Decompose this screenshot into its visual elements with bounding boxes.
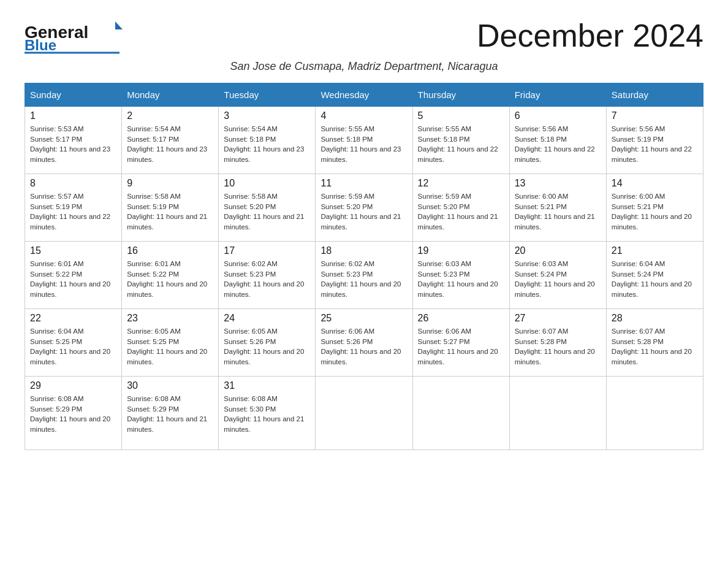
calendar-cell xyxy=(509,377,606,450)
calendar-cell: 20Sunrise: 6:03 AMSunset: 5:24 PMDayligh… xyxy=(509,242,606,309)
calendar-cell: 27Sunrise: 6:07 AMSunset: 5:28 PMDayligh… xyxy=(509,309,606,377)
calendar-week-5: 29Sunrise: 6:08 AMSunset: 5:29 PMDayligh… xyxy=(25,377,703,450)
day-info: Sunrise: 6:04 AMSunset: 5:24 PMDaylight:… xyxy=(612,259,698,300)
day-number: 30 xyxy=(127,380,213,391)
day-info: Sunrise: 6:07 AMSunset: 5:28 PMDaylight:… xyxy=(515,326,601,367)
day-number: 28 xyxy=(612,313,698,324)
calendar-cell: 15Sunrise: 6:01 AMSunset: 5:22 PMDayligh… xyxy=(25,242,122,309)
day-number: 7 xyxy=(612,110,698,121)
calendar-week-1: 1Sunrise: 5:53 AMSunset: 5:17 PMDaylight… xyxy=(25,107,703,174)
col-sunday: Sunday xyxy=(25,83,122,107)
day-info: Sunrise: 5:54 AMSunset: 5:17 PMDaylight:… xyxy=(127,124,213,165)
day-number: 6 xyxy=(515,110,601,121)
calendar-cell: 19Sunrise: 6:03 AMSunset: 5:23 PMDayligh… xyxy=(412,242,509,309)
day-number: 21 xyxy=(612,245,698,256)
calendar-cell: 2Sunrise: 5:54 AMSunset: 5:17 PMDaylight… xyxy=(122,107,219,174)
day-info: Sunrise: 5:57 AMSunset: 5:19 PMDaylight:… xyxy=(30,191,116,232)
calendar-cell: 13Sunrise: 6:00 AMSunset: 5:21 PMDayligh… xyxy=(509,174,606,242)
day-number: 18 xyxy=(320,245,407,256)
day-number: 24 xyxy=(224,313,310,324)
calendar-cell xyxy=(412,377,509,450)
page-header: General Blue December 2024 xyxy=(25,18,703,55)
day-number: 20 xyxy=(515,245,601,256)
col-friday: Friday xyxy=(509,83,606,107)
logo-svg: General Blue xyxy=(25,18,123,55)
day-info: Sunrise: 6:06 AMSunset: 5:27 PMDaylight:… xyxy=(418,326,504,367)
day-number: 15 xyxy=(30,245,116,256)
calendar-cell: 22Sunrise: 6:04 AMSunset: 5:25 PMDayligh… xyxy=(25,309,122,377)
calendar-week-4: 22Sunrise: 6:04 AMSunset: 5:25 PMDayligh… xyxy=(25,309,703,377)
day-info: Sunrise: 5:53 AMSunset: 5:17 PMDaylight:… xyxy=(30,124,116,165)
day-number: 17 xyxy=(224,245,310,256)
day-info: Sunrise: 6:00 AMSunset: 5:21 PMDaylight:… xyxy=(515,191,601,232)
day-number: 31 xyxy=(224,380,310,391)
day-number: 9 xyxy=(127,178,213,189)
day-info: Sunrise: 6:02 AMSunset: 5:23 PMDaylight:… xyxy=(320,259,407,300)
day-number: 27 xyxy=(515,313,601,324)
calendar-cell: 3Sunrise: 5:54 AMSunset: 5:18 PMDaylight… xyxy=(219,107,316,174)
calendar-body: 1Sunrise: 5:53 AMSunset: 5:17 PMDaylight… xyxy=(25,107,703,450)
location-subtitle: San Jose de Cusmapa, Madriz Department, … xyxy=(25,60,703,73)
day-info: Sunrise: 6:03 AMSunset: 5:23 PMDaylight:… xyxy=(418,259,504,300)
day-info: Sunrise: 5:56 AMSunset: 5:19 PMDaylight:… xyxy=(612,124,698,165)
calendar-cell: 18Sunrise: 6:02 AMSunset: 5:23 PMDayligh… xyxy=(316,242,412,309)
day-info: Sunrise: 6:08 AMSunset: 5:30 PMDaylight:… xyxy=(224,394,310,435)
day-number: 19 xyxy=(418,245,504,256)
calendar-week-2: 8Sunrise: 5:57 AMSunset: 5:19 PMDaylight… xyxy=(25,174,703,242)
col-saturday: Saturday xyxy=(606,83,703,107)
calendar-cell: 16Sunrise: 6:01 AMSunset: 5:22 PMDayligh… xyxy=(122,242,219,309)
day-number: 12 xyxy=(418,178,504,189)
day-number: 11 xyxy=(320,178,407,189)
calendar-cell: 6Sunrise: 5:56 AMSunset: 5:18 PMDaylight… xyxy=(509,107,606,174)
day-info: Sunrise: 6:08 AMSunset: 5:29 PMDaylight:… xyxy=(127,394,213,435)
day-info: Sunrise: 6:04 AMSunset: 5:25 PMDaylight:… xyxy=(30,326,116,367)
day-number: 4 xyxy=(320,110,407,121)
day-info: Sunrise: 5:55 AMSunset: 5:18 PMDaylight:… xyxy=(320,124,407,165)
calendar-table: Sunday Monday Tuesday Wednesday Thursday… xyxy=(25,83,703,450)
day-number: 25 xyxy=(320,313,407,324)
day-info: Sunrise: 5:55 AMSunset: 5:18 PMDaylight:… xyxy=(418,124,504,165)
calendar-cell xyxy=(606,377,703,450)
day-number: 22 xyxy=(30,313,116,324)
day-info: Sunrise: 6:08 AMSunset: 5:29 PMDaylight:… xyxy=(30,394,116,435)
day-info: Sunrise: 5:58 AMSunset: 5:19 PMDaylight:… xyxy=(127,191,213,232)
calendar-cell: 31Sunrise: 6:08 AMSunset: 5:30 PMDayligh… xyxy=(219,377,316,450)
day-info: Sunrise: 5:56 AMSunset: 5:18 PMDaylight:… xyxy=(515,124,601,165)
calendar-cell: 11Sunrise: 5:59 AMSunset: 5:20 PMDayligh… xyxy=(316,174,412,242)
day-info: Sunrise: 6:05 AMSunset: 5:26 PMDaylight:… xyxy=(224,326,310,367)
day-number: 10 xyxy=(224,178,310,189)
month-title: December 2024 xyxy=(477,18,703,53)
calendar-cell: 4Sunrise: 5:55 AMSunset: 5:18 PMDaylight… xyxy=(316,107,412,174)
day-info: Sunrise: 6:01 AMSunset: 5:22 PMDaylight:… xyxy=(30,259,116,300)
calendar-cell: 1Sunrise: 5:53 AMSunset: 5:17 PMDaylight… xyxy=(25,107,122,174)
day-number: 2 xyxy=(127,110,213,121)
col-thursday: Thursday xyxy=(412,83,509,107)
calendar-cell: 24Sunrise: 6:05 AMSunset: 5:26 PMDayligh… xyxy=(219,309,316,377)
day-number: 14 xyxy=(612,178,698,189)
header-row: Sunday Monday Tuesday Wednesday Thursday… xyxy=(25,83,703,107)
calendar-cell: 5Sunrise: 5:55 AMSunset: 5:18 PMDaylight… xyxy=(412,107,509,174)
day-info: Sunrise: 5:54 AMSunset: 5:18 PMDaylight:… xyxy=(224,124,310,165)
col-wednesday: Wednesday xyxy=(316,83,412,107)
calendar-cell: 10Sunrise: 5:58 AMSunset: 5:20 PMDayligh… xyxy=(219,174,316,242)
calendar-cell: 8Sunrise: 5:57 AMSunset: 5:19 PMDaylight… xyxy=(25,174,122,242)
calendar-cell xyxy=(316,377,412,450)
day-info: Sunrise: 5:59 AMSunset: 5:20 PMDaylight:… xyxy=(320,191,407,232)
calendar-cell: 9Sunrise: 5:58 AMSunset: 5:19 PMDaylight… xyxy=(122,174,219,242)
day-number: 26 xyxy=(418,313,504,324)
day-number: 13 xyxy=(515,178,601,189)
day-number: 8 xyxy=(30,178,116,189)
calendar-cell: 30Sunrise: 6:08 AMSunset: 5:29 PMDayligh… xyxy=(122,377,219,450)
svg-marker-1 xyxy=(115,21,123,29)
day-info: Sunrise: 5:58 AMSunset: 5:20 PMDaylight:… xyxy=(224,191,310,232)
day-info: Sunrise: 6:07 AMSunset: 5:28 PMDaylight:… xyxy=(612,326,698,367)
calendar-cell: 29Sunrise: 6:08 AMSunset: 5:29 PMDayligh… xyxy=(25,377,122,450)
day-number: 5 xyxy=(418,110,504,121)
col-monday: Monday xyxy=(122,83,219,107)
day-info: Sunrise: 6:02 AMSunset: 5:23 PMDaylight:… xyxy=(224,259,310,300)
calendar-cell: 17Sunrise: 6:02 AMSunset: 5:23 PMDayligh… xyxy=(219,242,316,309)
calendar-cell: 26Sunrise: 6:06 AMSunset: 5:27 PMDayligh… xyxy=(412,309,509,377)
day-number: 3 xyxy=(224,110,310,121)
calendar-cell: 14Sunrise: 6:00 AMSunset: 5:21 PMDayligh… xyxy=(606,174,703,242)
calendar-week-3: 15Sunrise: 6:01 AMSunset: 5:22 PMDayligh… xyxy=(25,242,703,309)
